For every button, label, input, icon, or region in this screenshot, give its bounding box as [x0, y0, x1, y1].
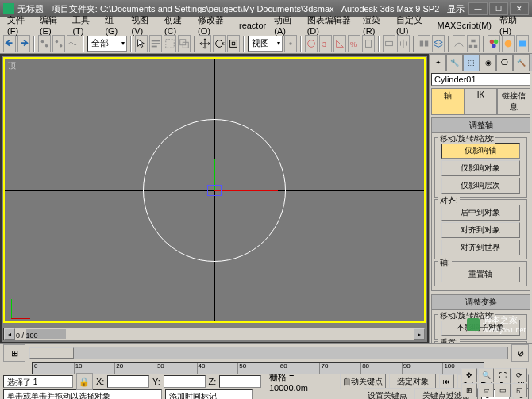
render-button[interactable] — [516, 35, 529, 52]
selection-filter-dropdown[interactable]: 全部 — [87, 36, 127, 52]
viewport-top[interactable]: 顶 — [3, 57, 426, 323]
menu-customize[interactable]: 自定义(U) — [392, 13, 433, 37]
unlink-button[interactable] — [52, 35, 65, 52]
scroll-left-button[interactable]: ◂ — [4, 328, 15, 340]
select-button[interactable] — [135, 35, 148, 52]
link-button[interactable] — [38, 35, 51, 52]
menu-animation[interactable]: 动画(A) — [270, 13, 303, 37]
spinner-snap-button[interactable] — [362, 35, 375, 52]
select-by-name-button[interactable] — [149, 35, 162, 52]
group-reset: 重置: — [438, 337, 460, 343]
time-ruler[interactable]: 0 10 20 30 40 50 60 70 80 90 100 — [32, 362, 484, 374]
zoom-extents-button[interactable]: ⛶ — [495, 368, 511, 382]
set-key-button[interactable]: 设置关键点 — [364, 388, 411, 399]
tab-display[interactable]: 🖵 — [496, 54, 513, 71]
zoom-button[interactable]: 🔍 — [478, 368, 494, 382]
material-editor-button[interactable] — [488, 35, 500, 52]
region-zoom-button[interactable]: ▭ — [495, 383, 511, 397]
align-button[interactable] — [418, 35, 430, 52]
coord-x-label: X: — [96, 377, 104, 386]
curve-editor-button[interactable] — [453, 35, 465, 52]
rollup-adjust-transform-header[interactable]: 调整变换 — [432, 295, 530, 310]
menu-file[interactable]: 文件(F) — [3, 13, 36, 37]
subtab-link-info[interactable]: 链接信息 — [497, 88, 530, 115]
ref-coord-dropdown[interactable]: 视图 — [248, 36, 283, 52]
undo-button[interactable] — [3, 35, 16, 52]
menu-render[interactable]: 渲染(R) — [359, 13, 392, 37]
selected-obj-button[interactable]: 选定对象 — [389, 374, 435, 389]
maximize-viewport-button[interactable]: ◱ — [511, 383, 527, 397]
lock-selection-button[interactable]: 🔒 — [76, 373, 93, 390]
fov-button[interactable]: ▱ — [478, 383, 494, 397]
bind-spacewarp-button[interactable] — [67, 35, 79, 52]
schematic-view-button[interactable] — [467, 35, 480, 52]
layer-button[interactable] — [432, 35, 445, 52]
time-slider[interactable] — [29, 347, 508, 359]
time-tag-field[interactable]: 添加时间标记 — [165, 389, 253, 399]
tick: 40 — [197, 363, 238, 374]
tab-hierarchy[interactable]: ⬚ — [463, 54, 480, 71]
snap-button[interactable]: 3 — [319, 35, 332, 52]
coord-y-field[interactable] — [164, 375, 206, 388]
angle-snap-button[interactable] — [333, 35, 346, 52]
tab-motion[interactable]: ◉ — [480, 54, 496, 71]
manipulate-button[interactable] — [305, 35, 318, 52]
menu-reactor[interactable]: reactor — [235, 19, 270, 32]
window-crossing-button[interactable] — [178, 35, 191, 52]
tick: 70 — [319, 363, 360, 374]
align-to-world-button[interactable]: 对齐到世界 — [441, 240, 521, 255]
minimize-button[interactable]: — — [468, 2, 488, 15]
affect-hierarchy-only-button[interactable]: 仅影响层次 — [441, 178, 521, 194]
align-to-object-button[interactable]: 对齐到对象 — [441, 222, 521, 238]
auto-key-button[interactable]: 自动关键点 — [340, 374, 386, 389]
timeline-config-button[interactable]: ⊞ — [3, 344, 25, 362]
menu-tools[interactable]: 工具(T) — [68, 13, 101, 37]
tab-utilities[interactable]: 🔨 — [513, 54, 530, 71]
coord-x-field[interactable] — [107, 375, 149, 388]
affect-pivot-only-button[interactable]: 仅影响轴 — [441, 143, 521, 159]
reset-pivot-button[interactable]: 重置轴 — [441, 267, 521, 282]
percent-snap-button[interactable]: % — [348, 35, 360, 52]
rollup-adjust-pivot-header[interactable]: 调整轴 — [432, 118, 530, 133]
mirror-button[interactable] — [397, 35, 410, 52]
tick: 60 — [279, 363, 320, 374]
object-name-field[interactable]: Cylinder01 — [431, 73, 530, 86]
menu-graph[interactable]: 图表编辑器(D) — [303, 13, 359, 37]
menu-views[interactable]: 视图(V) — [127, 13, 160, 37]
subtab-ik[interactable]: IK — [465, 88, 498, 115]
menu-help[interactable]: 帮助(H) — [495, 13, 529, 37]
affect-object-only-button[interactable]: 仅影响对象 — [441, 160, 521, 176]
render-setup-button[interactable] — [502, 35, 515, 52]
time-slider-thumb[interactable] — [29, 347, 74, 359]
named-selection-button[interactable] — [383, 35, 395, 52]
menu-maxscript[interactable]: MAXScript(M) — [434, 19, 495, 32]
viewport-scrollbar[interactable]: ◂ ▸ — [3, 328, 426, 340]
use-center-button[interactable] — [284, 35, 297, 52]
subtab-pivot[interactable]: 轴 — [431, 88, 465, 115]
key-mode-button[interactable]: ⊘ — [511, 344, 529, 362]
goto-start-button[interactable]: ⏮ — [439, 374, 454, 389]
coord-z-field[interactable] — [219, 375, 261, 388]
tab-create[interactable]: ✦ — [430, 54, 446, 71]
watermark: 脚本之家 www.jb51.net — [467, 314, 526, 334]
menu-modifiers[interactable]: 修改器(O) — [194, 13, 235, 37]
svg-rect-6 — [152, 43, 160, 44]
svg-rect-8 — [166, 39, 175, 48]
move-button[interactable] — [199, 35, 211, 52]
tab-modify[interactable]: 🔧 — [446, 54, 463, 71]
zoom-all-button[interactable]: ⊞ — [461, 383, 477, 397]
svg-rect-24 — [474, 44, 477, 48]
menu-edit[interactable]: 编辑(E) — [36, 13, 68, 37]
gizmo-x-axis[interactable] — [214, 190, 278, 191]
center-to-object-button[interactable]: 居中到对象 — [441, 205, 521, 221]
orbit-button[interactable]: ⟳ — [511, 368, 527, 382]
menu-group[interactable]: 组(G) — [101, 13, 127, 37]
rotate-button[interactable] — [213, 35, 226, 52]
scroll-right-button[interactable]: ▸ — [414, 328, 425, 340]
scale-button[interactable] — [227, 35, 240, 52]
redo-button[interactable] — [17, 35, 30, 52]
select-region-button[interactable] — [164, 35, 176, 52]
gizmo-center[interactable] — [207, 185, 222, 196]
pan-button[interactable]: ✥ — [461, 368, 477, 382]
menu-create[interactable]: 创建(C) — [160, 13, 194, 37]
